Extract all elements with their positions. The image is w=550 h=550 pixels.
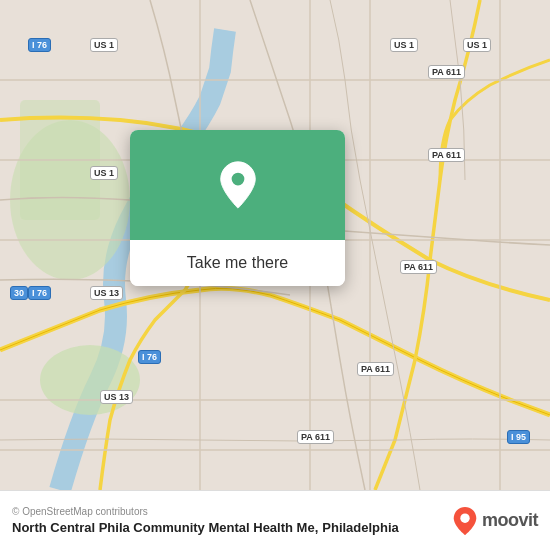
road-label-n30: 30 <box>10 286 28 300</box>
road-label-us1-1: US 1 <box>90 38 118 52</box>
location-name: North Central Phila Community Mental Hea… <box>12 520 318 535</box>
road-label-pa611-1: PA 611 <box>428 65 465 79</box>
take-me-there-button[interactable]: Take me there <box>130 240 345 286</box>
location-popup: Take me there <box>130 130 345 286</box>
road-label-i95: I 95 <box>507 430 530 444</box>
svg-point-1 <box>40 345 140 415</box>
road-label-pa611-5: PA 611 <box>297 430 334 444</box>
road-label-us1-2: US 1 <box>390 38 418 52</box>
road-label-pa611-2: PA 611 <box>428 148 465 162</box>
location-pin-icon <box>217 160 259 210</box>
moovit-logo: moovit <box>452 506 538 536</box>
road-label-i76-2: I 76 <box>28 286 51 300</box>
location-city: Philadelphia <box>322 520 399 535</box>
road-label-us13-1: US 13 <box>90 286 123 300</box>
road-label-i76-3: I 76 <box>138 350 161 364</box>
road-label-us1-3: US 1 <box>463 38 491 52</box>
svg-point-14 <box>460 513 469 522</box>
popup-map-area <box>130 130 345 240</box>
moovit-text: moovit <box>482 510 538 531</box>
road-label-pa611-3: PA 611 <box>400 260 437 274</box>
moovit-pin-icon <box>452 506 478 536</box>
road-label-pa611-4: PA 611 <box>357 362 394 376</box>
road-label-us13-2: US 13 <box>100 390 133 404</box>
road-label-us1-4: US 1 <box>90 166 118 180</box>
copyright-text: © OpenStreetMap contributors <box>12 506 399 517</box>
map-container: I 76 US 1 US 1 US 1 PA 611 PA 611 PA 611… <box>0 0 550 490</box>
road-label-i76-1: I 76 <box>28 38 51 52</box>
svg-point-13 <box>230 172 245 187</box>
location-info: © OpenStreetMap contributors North Centr… <box>12 506 399 535</box>
bottom-bar: © OpenStreetMap contributors North Centr… <box>0 490 550 550</box>
